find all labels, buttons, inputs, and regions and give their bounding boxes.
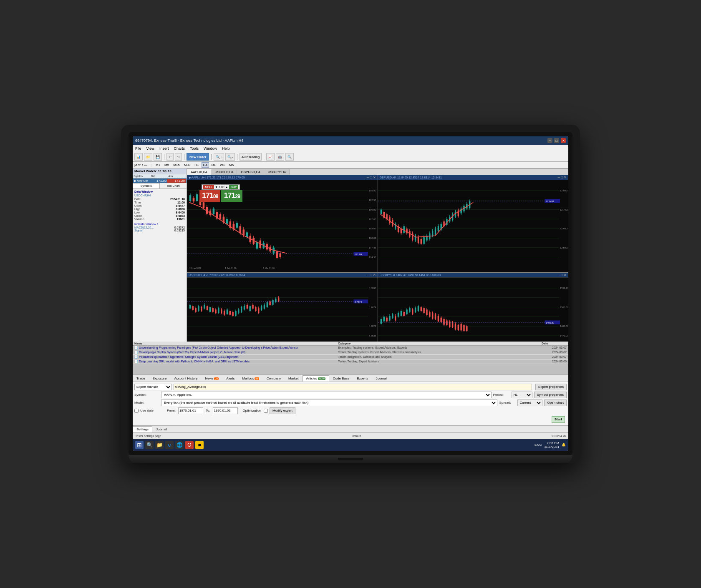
sell-price[interactable]: 17109 (199, 190, 220, 202)
tab-exposure[interactable]: Exposure (149, 375, 171, 382)
menu-file[interactable]: File (135, 146, 141, 151)
chart-ctrl-min[interactable]: ─ (367, 176, 369, 179)
toolbar-zoom-in[interactable]: 🔍+ (214, 153, 224, 161)
chart-usdjpy[interactable]: USDJPY,H4 1407.47 1468.56 1464.83 1460.8… (378, 273, 569, 341)
use-date-checkbox[interactable] (134, 409, 139, 413)
autotrading-button[interactable]: AutoTrading (240, 153, 262, 161)
tf-m30[interactable]: M30 (182, 162, 192, 168)
start-button-taskbar[interactable]: ⊞ (135, 441, 144, 449)
toolbar-new-chart[interactable]: 📊 (134, 153, 143, 161)
chart-usdjpy-min[interactable]: ─ (557, 273, 560, 277)
chart-gbpusd-min[interactable]: ─ (557, 176, 560, 179)
chart-ctrl-max[interactable]: □ (370, 176, 372, 179)
menu-charts[interactable]: Charts (174, 146, 185, 151)
tab-journal[interactable]: Journal (372, 375, 391, 382)
tab-tick-chart[interactable]: Tick Chart (160, 183, 187, 188)
chart-usdchf-min[interactable]: ─ (367, 273, 369, 277)
tf-h1[interactable]: H1 (193, 162, 200, 168)
chart-tab-usdchf[interactable]: USDCHF,H4 (211, 169, 237, 175)
tab-articles[interactable]: ArticlesNEW (303, 375, 329, 382)
buy-price[interactable]: 17129 (221, 190, 242, 202)
toolbar-redo[interactable]: ↪ (175, 153, 182, 161)
modify-expert-btn[interactable]: Modify expert (270, 407, 295, 414)
chart-usdchf-close[interactable]: ✕ (373, 273, 376, 277)
toolbar-indicators[interactable]: 📈 (266, 153, 275, 161)
spread-select[interactable]: Current (517, 400, 542, 406)
buy-label[interactable]: BUY (229, 185, 239, 189)
tab-experts[interactable]: Experts (353, 375, 372, 382)
tf-m15[interactable]: M15 (171, 162, 182, 168)
taskbar-notification[interactable]: 🔔 (562, 443, 566, 447)
article-row-1[interactable]: 📄 Understanding Programming Paradigms (P… (133, 346, 568, 350)
sell-label[interactable]: SELL (203, 185, 214, 189)
article-row-4[interactable]: 📄 Deep Learning GRU model with Python to… (133, 359, 568, 364)
tab-alerts[interactable]: Alerts (222, 375, 238, 382)
optimization-checkbox[interactable] (264, 409, 268, 413)
toolbar-open[interactable]: 📁 (144, 153, 152, 161)
chart-gbpusd-max[interactable]: □ (561, 176, 563, 179)
maximize-button[interactable]: □ (554, 138, 559, 143)
close-button[interactable]: ✕ (561, 138, 566, 143)
menu-tools[interactable]: Tools (190, 146, 199, 151)
symbol-select[interactable]: AAPLm, Apple Inc. (161, 392, 492, 398)
chart-aaplm[interactable]: ◆ AAPLm,H4 171.21 171.21 170.92 170.09 ─… (187, 175, 378, 272)
market-watch-row[interactable]: ◆ AAPLm 171.00 171.29 (133, 178, 187, 183)
toolbar-save[interactable]: 💾 (154, 153, 162, 161)
chart-usdjpy-close[interactable]: ✕ (564, 273, 567, 277)
tab-code-base[interactable]: Code Base (329, 375, 353, 382)
taskbar-opera[interactable]: O (185, 441, 194, 449)
open-chart-btn[interactable]: Open chart (544, 400, 567, 406)
tab-news[interactable]: News28 (201, 375, 222, 382)
tf-mn[interactable]: MN (227, 162, 236, 168)
toolbar-experts[interactable]: 🤖 (276, 153, 284, 161)
tab-mailbox[interactable]: Mailbox88 (239, 375, 263, 382)
tf-d1[interactable]: D1 (210, 162, 217, 168)
taskbar-chrome[interactable]: 🌐 (175, 441, 184, 449)
chart-ctrl-close[interactable]: ✕ (373, 176, 376, 179)
tab-account-history[interactable]: Account History (170, 375, 201, 382)
toolbar-zoom-out[interactable]: 🔍- (225, 153, 235, 161)
sell-buy-widget[interactable]: SELL ▼ 1.00 ▲ BUY 17109 17129 (199, 184, 242, 202)
toolbar-search[interactable]: 🔍 (285, 153, 294, 161)
chart-usdjpy-max[interactable]: □ (561, 273, 563, 277)
taskbar-app1[interactable]: ■ (195, 441, 204, 449)
chart-usdchf-max[interactable]: □ (370, 273, 372, 277)
menu-help[interactable]: Help (222, 146, 230, 151)
model-select[interactable]: Every tick (the most precise method base… (161, 400, 497, 406)
menu-view[interactable]: View (146, 146, 154, 151)
tester-tab-settings[interactable]: Settings (133, 426, 152, 432)
symbol-properties-btn[interactable]: Symbol properties (534, 392, 567, 398)
chart-tab-gbpusd[interactable]: GBPUSD,H4 (237, 169, 264, 175)
ea-type-select[interactable]: Expert Advisor (134, 384, 172, 390)
chart-gbpusd[interactable]: GBPUSD,H4 12.8450 12.8524 12.8314 12.843… (378, 175, 569, 272)
taskbar-files[interactable]: 📁 (155, 441, 164, 449)
taskbar-search[interactable]: 🔍 (145, 441, 154, 449)
tester-tab-journal[interactable]: Journal (152, 426, 171, 432)
start-button[interactable]: Start (552, 416, 565, 423)
article-row-2[interactable]: 📄 Developing a Replay System (Part 29): … (133, 350, 568, 355)
tf-h4[interactable]: H4 (202, 162, 209, 168)
tab-trade[interactable]: Trade (133, 375, 149, 382)
tab-company[interactable]: Company (263, 375, 285, 382)
new-order-button[interactable]: New Order (187, 153, 209, 161)
chart-usdchf[interactable]: USDCHF,H4 -9.7390 8.7723 8.7548 8.7674 ─… (187, 273, 378, 341)
minimize-button[interactable]: ─ (547, 138, 552, 143)
expert-properties-btn[interactable]: Expert properties (535, 384, 567, 390)
period-select[interactable]: H1 (512, 392, 532, 398)
menu-window[interactable]: Window (204, 146, 217, 151)
to-date-input[interactable] (213, 407, 238, 414)
article-row-3[interactable]: 📄 Population optimization algorithms: Ch… (133, 355, 568, 359)
toolbar-undo[interactable]: ↩ (166, 153, 174, 161)
ea-name-input[interactable] (174, 384, 532, 390)
tf-m1[interactable]: M1 (154, 162, 162, 168)
chart-gbpusd-close[interactable]: ✕ (564, 176, 567, 179)
tab-symbols[interactable]: Symbols (133, 183, 160, 188)
tf-m5[interactable]: M5 (163, 162, 171, 168)
from-date-input[interactable] (178, 407, 203, 414)
menu-insert[interactable]: Insert (159, 146, 169, 151)
tab-market[interactable]: Market (285, 375, 302, 382)
chart-tab-aaplm[interactable]: AAPLm,H4 (187, 169, 211, 175)
tf-w1[interactable]: W1 (218, 162, 227, 168)
chart-tab-usdjpy[interactable]: USDJPY,H4 (264, 169, 290, 175)
taskbar-edge[interactable]: e (165, 441, 174, 449)
